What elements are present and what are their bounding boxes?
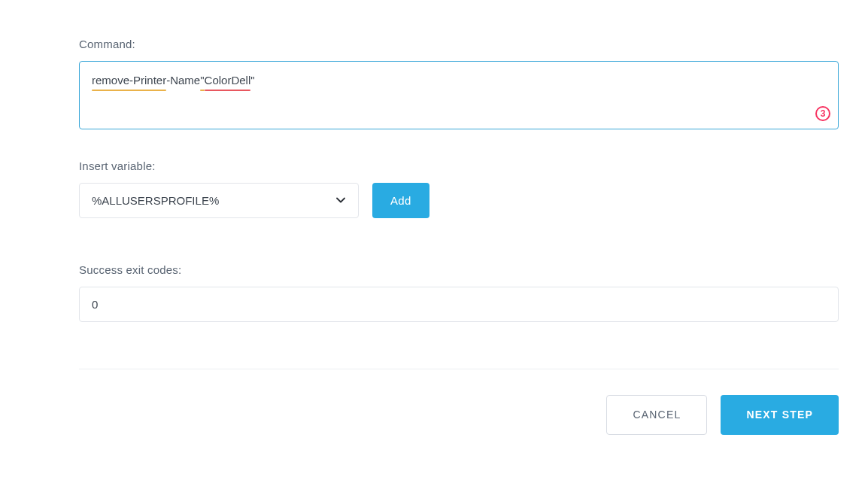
command-textarea[interactable]: remove-Printer -Name " ColorDell" 3 bbox=[79, 61, 839, 129]
insert-variable-row: %ALLUSERSPROFILE% Add bbox=[79, 183, 789, 218]
footer-actions: CANCEL NEXT STEP bbox=[79, 395, 839, 435]
command-text: remove-Printer -Name " ColorDell" bbox=[92, 74, 255, 87]
step-badge: 3 bbox=[815, 106, 830, 121]
exit-codes-label: Success exit codes: bbox=[79, 263, 789, 276]
next-step-button[interactable]: NEXT STEP bbox=[721, 395, 839, 435]
command-token-quote-close: " bbox=[250, 72, 254, 90]
add-button[interactable]: Add bbox=[372, 183, 429, 218]
insert-variable-label: Insert variable: bbox=[79, 159, 789, 172]
exit-codes-input[interactable] bbox=[79, 287, 839, 322]
command-token-cmdlet: remove-Printer bbox=[92, 72, 166, 90]
command-token-value: ColorDell bbox=[205, 72, 251, 90]
cancel-button[interactable]: CANCEL bbox=[606, 395, 707, 435]
command-label: Command: bbox=[79, 38, 789, 50]
divider bbox=[79, 369, 839, 369]
variable-select[interactable]: %ALLUSERSPROFILE% bbox=[79, 183, 359, 218]
